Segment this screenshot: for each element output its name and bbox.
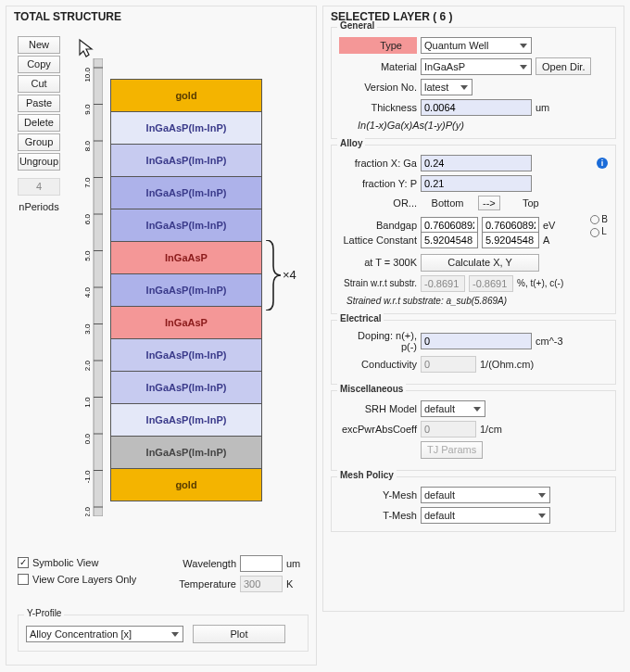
srh-select[interactable]: default — [421, 400, 485, 417]
conductivity-label: Conductivity — [339, 359, 417, 370]
strain-unit: %, t(+), c(-) — [517, 278, 563, 288]
info-icon[interactable]: i — [597, 158, 608, 169]
svg-text:1.0: 1.0 — [83, 397, 92, 408]
svg-text:9.0: 9.0 — [83, 104, 92, 115]
total-structure-title: TOTAL STRUCTURE — [14, 10, 309, 23]
svg-text:2.0: 2.0 — [83, 360, 92, 371]
layer-row[interactable]: InGaAsP(lm-InP) — [110, 111, 262, 145]
layer-row[interactable]: InGaAsP(lm-InP) — [110, 176, 262, 209]
lattice-bottom-input[interactable] — [421, 232, 478, 248]
fraction-x-input[interactable] — [421, 155, 532, 171]
wavelength-input[interactable] — [240, 555, 283, 572]
period-bracket: ×4 — [264, 240, 301, 312]
layer-row[interactable]: InGaAsP(lm-InP) — [110, 436, 262, 469]
tj-params-button: TJ Params — [421, 441, 483, 459]
thickness-unit: um — [536, 102, 549, 113]
symbolic-view-check[interactable]: ✓Symbolic View — [18, 557, 98, 568]
lattice-top-input[interactable] — [482, 232, 539, 248]
ungroup-button[interactable]: Ungroup — [18, 153, 60, 171]
layer-row[interactable]: InGaAsP — [110, 241, 262, 274]
layer-row[interactable]: InGaAsP(lm-InP) — [110, 338, 262, 372]
yprofile-select[interactable]: Alloy Concentration [x] — [26, 626, 183, 642]
srh-label: SRH Model — [339, 403, 417, 414]
copy-button[interactable]: Copy — [18, 56, 60, 73]
selected-layer-panel: SELECTED LAYER ( 6 ) General Type Quantu… — [322, 6, 624, 612]
plot-button[interactable]: Plot — [193, 625, 285, 643]
period-multiplier: ×4 — [283, 268, 296, 282]
svg-text:10.0: 10.0 — [83, 67, 92, 82]
layer-row[interactable]: InGaAsP(lm-InP) — [110, 273, 262, 307]
nperiods-label: nPeriods — [18, 201, 60, 212]
mesh-legend: Mesh Policy — [337, 470, 397, 480]
layer-row[interactable]: InGaAsP(lm-InP) — [110, 144, 262, 177]
structure-button-column: New Copy Cut Paste Delete Group Ungroup … — [18, 36, 60, 212]
bottom-header: Bottom — [421, 197, 474, 209]
total-structure-panel: TOTAL STRUCTURE New Copy Cut Paste Delet… — [6, 6, 317, 666]
doping-unit: cm^-3 — [536, 336, 563, 347]
conductivity-unit: 1/(Ohm.cm) — [480, 359, 534, 370]
type-select[interactable]: Quantum Well — [421, 37, 532, 54]
exc-label: excPwrAbsCoeff — [339, 424, 417, 435]
material-formula: In(1-x)Ga(x)As(1-y)P(y) — [358, 120, 608, 131]
general-legend: General — [337, 20, 377, 31]
fraction-y-input[interactable] — [421, 175, 532, 192]
general-group: General Type Quantum Well Material InGaA… — [331, 27, 616, 139]
version-label: Version No. — [339, 82, 417, 93]
paste-button[interactable]: Paste — [18, 95, 60, 112]
layer-stack[interactable]: goldInGaAsP(lm-InP)InGaAsP(lm-InP)InGaAs… — [110, 79, 262, 501]
material-select[interactable]: InGaAsP — [421, 58, 532, 75]
open-dir-button[interactable]: Open Dir. — [536, 57, 591, 75]
core-layers-only-check[interactable]: View Core Layers Only — [18, 574, 136, 585]
alloy-legend: Alloy — [337, 138, 365, 148]
selection-cursor-icon[interactable] — [77, 38, 94, 60]
fraction-x-label: fraction X: Ga — [339, 158, 417, 169]
temperature-input[interactable] — [240, 576, 283, 592]
radio-b[interactable]: B — [590, 214, 608, 224]
tmesh-label: T-Mesh — [339, 510, 417, 521]
svg-text:-1.0: -1.0 — [83, 470, 92, 483]
version-select[interactable]: latest — [421, 79, 472, 95]
layer-row[interactable]: InGaAsP(lm-InP) — [110, 209, 262, 242]
temperature-unit: K — [286, 578, 293, 590]
core-layers-only-label: View Core Layers Only — [32, 574, 136, 585]
lattice-unit: A — [543, 235, 549, 246]
exc-unit: 1/cm — [480, 424, 502, 435]
doping-label: Doping: n(+), p(-) — [339, 330, 417, 352]
radio-l[interactable]: L — [590, 226, 608, 236]
delete-button[interactable]: Delete — [18, 114, 60, 132]
svg-text:5.0: 5.0 — [83, 250, 92, 261]
nperiods-value: 4 — [18, 178, 60, 196]
tmesh-select[interactable]: default — [421, 507, 550, 524]
layer-row[interactable]: InGaAsP(lm-InP) — [110, 403, 262, 437]
symbolic-view-label: Symbolic View — [32, 557, 98, 568]
bandgap-unit: eV — [543, 220, 555, 231]
calculate-button[interactable]: Calculate X, Y — [421, 254, 539, 272]
strain-bottom — [421, 275, 465, 292]
conductivity-input — [421, 356, 476, 373]
layer-row[interactable]: InGaAsP — [110, 306, 262, 339]
mesh-group: Mesh Policy Y-Mesh default T-Mesh defaul… — [331, 476, 616, 532]
new-button[interactable]: New — [18, 36, 60, 54]
misc-group: Miscellaneous SRH Model default excPwrAb… — [331, 390, 616, 471]
ymesh-select[interactable]: default — [421, 487, 550, 503]
group-button[interactable]: Group — [18, 133, 60, 151]
svg-text:-2.0: -2.0 — [83, 506, 92, 516]
layer-row[interactable]: gold — [110, 79, 262, 112]
cut-button[interactable]: Cut — [18, 75, 60, 93]
doping-input[interactable] — [421, 333, 532, 349]
at-t-label: at T = 300K — [339, 257, 417, 268]
svg-text:7.0: 7.0 — [83, 177, 92, 188]
thickness-input[interactable] — [421, 99, 532, 116]
alloy-group: Alloy fraction X: Ga i fraction Y: P OR.… — [331, 145, 616, 314]
layer-row[interactable]: InGaAsP(lm-InP) — [110, 371, 262, 404]
bandgap-label: Bandgap — [339, 220, 417, 231]
yprofile-legend: Y-Profile — [24, 608, 64, 618]
lattice-label: Lattice Constant — [339, 235, 417, 246]
svg-text:3.0: 3.0 — [83, 323, 92, 335]
layer-row[interactable]: gold — [110, 468, 262, 501]
thickness-label: Thickness — [339, 102, 417, 113]
arrow-button[interactable]: --> — [478, 196, 500, 210]
svg-text:4.0: 4.0 — [83, 286, 92, 298]
svg-text:6.0: 6.0 — [83, 213, 92, 224]
strain-label: Strain w.r.t substr. — [339, 278, 417, 288]
